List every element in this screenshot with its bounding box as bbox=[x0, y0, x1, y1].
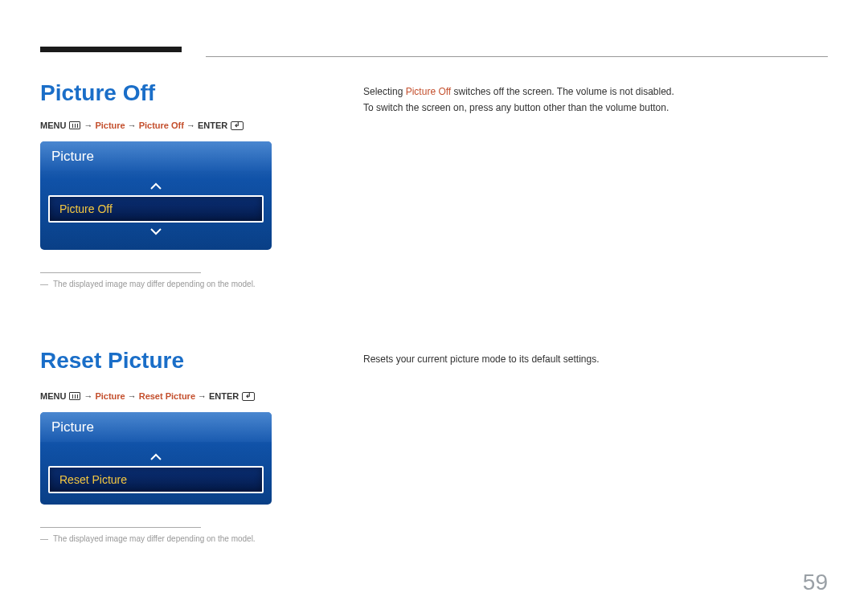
osd-panel: Picture Reset Picture bbox=[40, 412, 272, 505]
page-container: Picture Off MENU → Picture → Picture Off… bbox=[0, 0, 868, 47]
left-column: Picture Off MENU → Picture → Picture Off… bbox=[40, 80, 318, 288]
page-number: 59 bbox=[803, 570, 828, 595]
section-title: Picture Off bbox=[40, 80, 318, 106]
description-line: Selecting Picture Off switches off the s… bbox=[363, 84, 828, 100]
path-step: Picture bbox=[95, 391, 125, 401]
enter-icon bbox=[242, 392, 255, 401]
osd-header: Picture bbox=[40, 141, 272, 171]
section-picture-off: Picture Off MENU → Picture → Picture Off… bbox=[40, 80, 828, 288]
arrow-icon: → bbox=[84, 391, 92, 401]
osd-body: Reset Picture bbox=[40, 442, 272, 505]
chevron-up-icon bbox=[40, 178, 272, 195]
menu-path: MENU → Picture → Picture Off → ENTER bbox=[40, 121, 318, 130]
left-column: Reset Picture MENU → Picture → Reset Pic… bbox=[40, 348, 318, 543]
path-step: Picture Off bbox=[139, 121, 184, 130]
right-column: Selecting Picture Off switches off the s… bbox=[363, 80, 828, 288]
footnote: ― The displayed image may differ dependi… bbox=[40, 534, 318, 543]
enter-label: ENTER bbox=[198, 121, 227, 130]
arrow-icon: → bbox=[128, 391, 137, 401]
arrow-icon: → bbox=[186, 121, 195, 130]
menu-icon bbox=[69, 392, 80, 400]
footnote-text: The displayed image may differ depending… bbox=[53, 280, 256, 288]
footnote-rule bbox=[40, 527, 201, 528]
description-line: To switch the screen on, press any butto… bbox=[363, 100, 828, 116]
right-column: Resets your current picture mode to its … bbox=[363, 348, 828, 543]
path-step: Picture bbox=[95, 121, 125, 130]
enter-icon bbox=[231, 121, 244, 130]
menu-label: MENU bbox=[40, 121, 66, 130]
osd-body: Picture Off bbox=[40, 171, 272, 250]
menu-path: MENU → Picture → Reset Picture → ENTER bbox=[40, 391, 318, 401]
menu-icon bbox=[69, 121, 80, 129]
chevron-up-icon bbox=[40, 448, 272, 466]
description-line: Resets your current picture mode to its … bbox=[363, 351, 828, 367]
section-title: Reset Picture bbox=[40, 348, 318, 374]
top-horizontal-rule bbox=[206, 56, 828, 57]
footnote: ― The displayed image may differ dependi… bbox=[40, 280, 318, 288]
dash-icon: ― bbox=[40, 280, 48, 288]
section-reset-picture: Reset Picture MENU → Picture → Reset Pic… bbox=[40, 348, 828, 543]
path-step: Reset Picture bbox=[139, 391, 195, 401]
osd-selected-item: Reset Picture bbox=[48, 466, 264, 493]
osd-selected-item: Picture Off bbox=[48, 195, 264, 223]
arrow-icon: → bbox=[84, 121, 92, 130]
chevron-down-icon bbox=[40, 223, 272, 240]
dash-icon: ― bbox=[40, 534, 48, 543]
arrow-icon: → bbox=[128, 121, 137, 130]
content-area: Picture Off MENU → Picture → Picture Off… bbox=[40, 80, 828, 543]
enter-label: ENTER bbox=[209, 391, 239, 401]
menu-label: MENU bbox=[40, 391, 66, 401]
osd-panel: Picture Picture Off bbox=[40, 141, 272, 250]
footnote-text: The displayed image may differ depending… bbox=[53, 534, 256, 543]
arrow-icon: → bbox=[198, 391, 207, 401]
osd-header: Picture bbox=[40, 412, 272, 442]
footnote-rule bbox=[40, 272, 201, 273]
top-accent-bar bbox=[40, 47, 182, 52]
